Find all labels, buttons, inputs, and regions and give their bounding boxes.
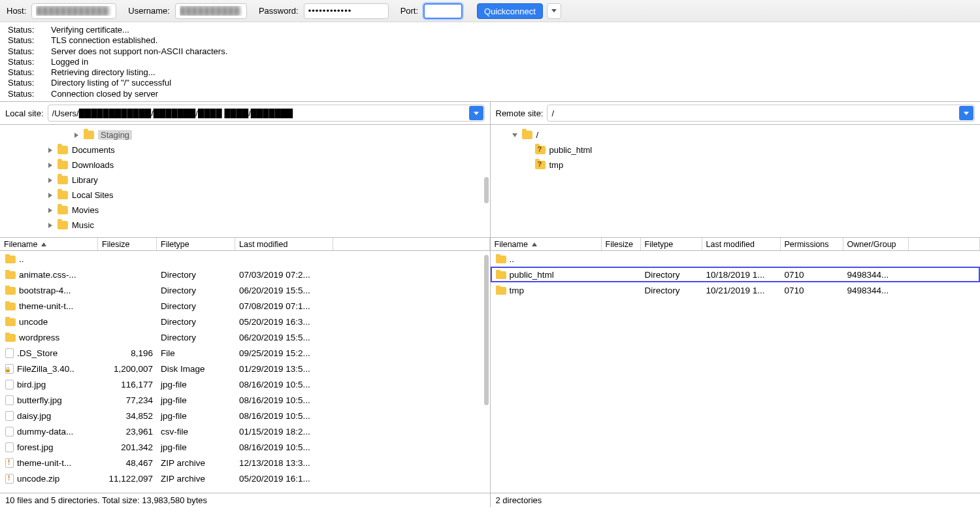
local-path-input[interactable] xyxy=(48,105,485,122)
table-row[interactable]: uncodeDirectory05/20/2019 16:3... xyxy=(0,314,490,329)
column-header-name[interactable]: Filename xyxy=(0,238,98,250)
status-message: Verifying certificate... xyxy=(51,25,129,35)
quickconnect-button[interactable]: Quickconnect xyxy=(477,3,543,19)
tree-item[interactable]: Music xyxy=(0,218,490,233)
port-input[interactable] xyxy=(423,3,463,19)
cell-name: public_html xyxy=(510,270,554,280)
folder-icon xyxy=(57,206,68,214)
disclosure-triangle-icon[interactable] xyxy=(46,191,55,200)
table-row[interactable]: bootstrap-4...Directory06/20/2019 15:5..… xyxy=(0,282,490,298)
table-row[interactable]: .. xyxy=(0,251,490,267)
table-row[interactable]: theme-unit-t...48,467ZIP archive12/13/20… xyxy=(0,455,490,471)
column-header-size[interactable]: Filesize xyxy=(98,238,157,250)
table-row[interactable]: butterfly.jpg77,234jpg-file08/16/2019 10… xyxy=(0,392,490,408)
tree-item-label: Staging xyxy=(98,130,132,140)
table-row[interactable]: FileZilla_3.40..1,200,007Disk Image01/29… xyxy=(0,361,490,376)
tree-item[interactable]: Downloads xyxy=(0,157,490,173)
table-row[interactable]: .. xyxy=(491,251,981,267)
remote-file-rows[interactable]: ..public_htmlDirectory10/18/2019 1...071… xyxy=(491,251,981,493)
table-row[interactable]: public_htmlDirectory10/18/2019 1...07109… xyxy=(491,267,981,282)
quickconnect-history-dropdown[interactable] xyxy=(547,3,561,19)
tree-item[interactable]: / xyxy=(491,127,981,142)
column-header-mod[interactable]: Last modified xyxy=(702,238,781,250)
table-row[interactable]: forest.jpg201,342jpg-file08/16/2019 10:5… xyxy=(0,439,490,455)
cell-name: theme-unit-t... xyxy=(19,301,73,311)
tree-item-label: Movies xyxy=(72,205,99,215)
folder-icon xyxy=(57,221,68,229)
tree-item[interactable]: Documents xyxy=(0,142,490,157)
folder-icon xyxy=(5,303,16,310)
folder-icon xyxy=(496,271,506,279)
tree-item[interactable]: Staging xyxy=(0,127,490,142)
cell-name: .DS_Store xyxy=(17,348,57,358)
table-row[interactable]: bird.jpg116,177jpg-file08/16/2019 10:5..… xyxy=(0,376,490,392)
tree-item[interactable]: Local Sites xyxy=(0,188,490,203)
cell-name: bootstrap-4... xyxy=(19,286,71,295)
table-row[interactable]: daisy.jpg34,852jpg-file08/16/2019 10:5..… xyxy=(0,408,490,423)
tree-item[interactable]: public_html xyxy=(491,142,981,157)
folder-icon xyxy=(535,161,546,169)
folder-icon xyxy=(5,334,16,342)
column-header-type[interactable]: Filetype xyxy=(641,238,702,250)
file-icon xyxy=(5,395,14,405)
column-header-name[interactable]: Filename xyxy=(491,238,602,250)
cell-name: tmp xyxy=(510,286,525,295)
password-input[interactable] xyxy=(304,3,389,19)
cell-name: uncode.zip xyxy=(17,474,59,484)
file-icon xyxy=(5,458,14,468)
disclosure-triangle-icon[interactable] xyxy=(46,161,55,170)
table-row[interactable]: wordpressDirectory06/20/2019 15:5... xyxy=(0,329,490,345)
disclosure-triangle-icon[interactable] xyxy=(46,206,55,215)
status-label: Status: xyxy=(8,89,51,99)
file-icon xyxy=(5,411,14,421)
folder-icon xyxy=(522,131,532,139)
local-path-dropdown[interactable] xyxy=(469,106,483,120)
remote-path-input[interactable] xyxy=(547,105,975,122)
folder-icon xyxy=(5,318,16,326)
tree-item[interactable]: tmp xyxy=(491,157,981,173)
remote-tree[interactable]: /public_htmltmp xyxy=(491,125,981,237)
file-icon xyxy=(5,427,14,437)
table-row[interactable]: uncode.zip11,122,097ZIP archive05/20/201… xyxy=(0,471,490,486)
tree-item-label: / xyxy=(536,130,539,140)
remote-path-dropdown[interactable] xyxy=(959,106,973,120)
folder-icon xyxy=(535,146,546,154)
disclosure-triangle-icon[interactable] xyxy=(46,221,55,230)
status-label: Status: xyxy=(8,46,51,57)
table-row[interactable]: .DS_Store8,196File09/25/2019 15:2... xyxy=(0,345,490,361)
column-header-mod[interactable]: Last modified xyxy=(235,238,333,250)
tree-item-label: Documents xyxy=(72,145,115,155)
tree-item[interactable]: Library xyxy=(0,173,490,188)
file-icon xyxy=(5,474,14,484)
column-header-type[interactable]: Filetype xyxy=(157,238,235,250)
remote-tree-pane: Remote site: /public_htmltmp xyxy=(491,102,981,237)
column-header-size[interactable]: Filesize xyxy=(602,238,641,250)
folder-icon xyxy=(57,161,68,169)
status-message: Connection closed by server xyxy=(51,89,158,99)
username-input[interactable] xyxy=(175,3,247,19)
disclosure-triangle-icon[interactable] xyxy=(46,146,55,155)
remote-file-list: FilenameFilesizeFiletypeLast modifiedPer… xyxy=(491,238,981,493)
disclosure-triangle-icon[interactable] xyxy=(72,131,81,140)
local-file-rows[interactable]: ..animate.css-...Directory07/03/2019 07:… xyxy=(0,251,490,493)
column-header-owner[interactable]: Owner/Group xyxy=(843,238,909,250)
host-label: Host: xyxy=(7,6,26,16)
column-header-perm[interactable]: Permissions xyxy=(781,238,843,250)
table-row[interactable]: tmpDirectory10/21/2019 1...07109498344..… xyxy=(491,282,981,298)
cell-name: daisy.jpg xyxy=(17,411,51,421)
table-row[interactable]: dummy-data...23,961csv-file01/15/2019 18… xyxy=(0,423,490,439)
disclosure-triangle-icon[interactable] xyxy=(510,131,519,140)
local-status-bar: 10 files and 5 directories. Total size: … xyxy=(0,493,491,507)
cell-name: forest.jpg xyxy=(17,442,54,452)
disclosure-triangle-icon[interactable] xyxy=(46,176,55,185)
table-row[interactable]: animate.css-...Directory07/03/2019 07:2.… xyxy=(0,267,490,282)
tree-item[interactable]: Movies xyxy=(0,203,490,218)
status-label: Status: xyxy=(8,67,51,78)
scrollbar-thumb[interactable] xyxy=(484,255,489,405)
scrollbar-thumb[interactable] xyxy=(484,177,489,203)
host-input[interactable] xyxy=(31,3,116,19)
local-tree[interactable]: StagingDocumentsDownloadsLibraryLocal Si… xyxy=(0,125,490,237)
folder-icon xyxy=(57,191,68,199)
cell-name: uncode xyxy=(19,317,48,327)
table-row[interactable]: theme-unit-t...Directory07/08/2019 07:1.… xyxy=(0,298,490,314)
